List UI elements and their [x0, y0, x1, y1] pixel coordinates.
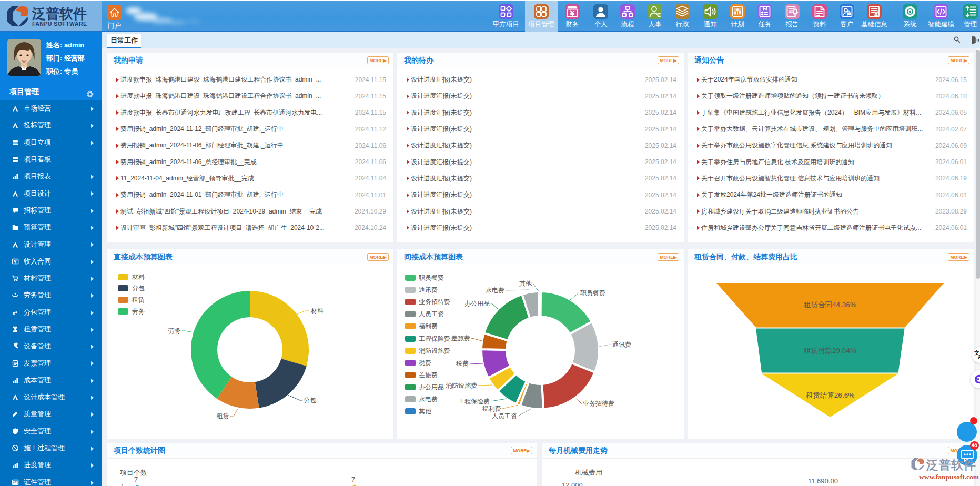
svg-text:水电费: 水电费	[486, 287, 504, 294]
svg-text:消防设施费: 消防设施费	[419, 347, 450, 355]
svg-text:职员餐费: 职员餐费	[580, 289, 605, 297]
svg-text:业务招待费: 业务招待费	[583, 400, 614, 407]
svg-text:泛普软件: 泛普软件	[926, 458, 976, 472]
svg-text:租赁付款29.04%: 租赁付款29.04%	[804, 347, 856, 355]
svg-text:分包: 分包	[132, 285, 145, 292]
svg-text:其他: 其他	[519, 280, 532, 287]
svg-text:办公用品: 办公用品	[419, 383, 444, 391]
svg-text:租赁合同44.36%: 租赁合同44.36%	[804, 301, 856, 309]
svg-text:FANPU SOFTWARE: FANPU SOFTWARE	[32, 21, 87, 27]
svg-text:劳务: 劳务	[168, 327, 181, 335]
svg-text:x²: x²	[12, 310, 17, 316]
svg-text:泛普软件: 泛普软件	[32, 6, 87, 22]
svg-text:福利费: 福利费	[482, 405, 501, 412]
svg-text:租赁: 租赁	[132, 296, 145, 303]
svg-text:福利费: 福利费	[418, 322, 438, 330]
svg-text:业务招待费: 业务招待费	[419, 298, 450, 306]
svg-text:通讯费: 通讯费	[419, 286, 438, 293]
svg-text:人员工资: 人员工资	[492, 412, 517, 420]
svg-text:职员餐费: 职员餐费	[419, 274, 444, 281]
svg-text:工程保险费: 工程保险费	[419, 335, 450, 342]
svg-text:差旅费: 差旅费	[418, 371, 438, 379]
svg-text:水电费: 水电费	[419, 396, 438, 403]
svg-text:租赁结算26.6%: 租赁结算26.6%	[806, 391, 854, 399]
svg-text:通讯费: 通讯费	[612, 341, 631, 348]
svg-text:材料: 材料	[310, 307, 324, 315]
svg-text:人员工资: 人员工资	[419, 310, 444, 318]
svg-text:差旅费: 差旅费	[451, 335, 470, 342]
svg-text:材料: 材料	[132, 274, 145, 281]
svg-text:其他: 其他	[419, 408, 432, 415]
svg-text:A: A	[978, 353, 980, 360]
svg-text:租赁: 租赁	[216, 412, 229, 420]
svg-text:办公用品: 办公用品	[464, 300, 490, 307]
svg-text:税费: 税费	[456, 360, 469, 367]
svg-text:消防设施费: 消防设施费	[446, 382, 477, 389]
svg-text:工程保险费: 工程保险费	[458, 398, 490, 405]
svg-text:税费: 税费	[418, 359, 431, 367]
svg-text:劳务: 劳务	[132, 308, 145, 315]
svg-text:分包: 分包	[304, 397, 316, 404]
